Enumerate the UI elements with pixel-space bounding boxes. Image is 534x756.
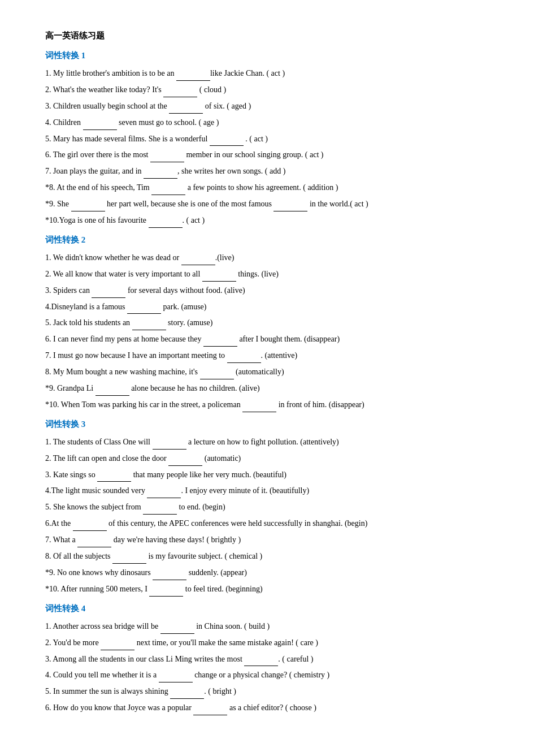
question-1-1: 1. My little brother's ambition is to be…: [45, 66, 489, 81]
question-1-8: *8. At the end of his speech, Tim a few …: [45, 180, 489, 195]
question-4-1: 1. Another across sea bridge will be in …: [45, 619, 489, 634]
question-3-9: *9. No one knows why dinosaurs suddenly.…: [45, 565, 489, 580]
question-2-10: *10. When Tom was parking his car in the…: [45, 397, 489, 412]
question-4-2: 2. You'd be more next time, or you'll ma…: [45, 635, 489, 650]
question-1-4: 4. Children seven must go to school. ( a…: [45, 115, 489, 130]
question-2-5: 5. Jack told his students an story. (amu…: [45, 315, 489, 330]
question-2-9: *9. Grandpa Li alone because he has no c…: [45, 381, 489, 396]
question-3-5: 5. She knows the subject from to end. (b…: [45, 499, 489, 515]
question-4-4: 4. Could you tell me whether it is a cha…: [45, 667, 489, 682]
question-3-7: 7. What a day we're having these days! (…: [45, 532, 489, 547]
question-1-9: *9. She her part well, because she is on…: [45, 196, 489, 211]
question-4-6: 6. How do you know that Joyce was a popu…: [45, 700, 489, 715]
question-3-2: 2. The lift can open and close the door …: [45, 451, 489, 466]
section-title-3: 词性转换 3: [45, 417, 489, 432]
question-3-1: 1. The students of Class One will a lect…: [45, 434, 489, 450]
question-2-2: 2. We all know that water is very import…: [45, 266, 489, 282]
question-2-4: 4.Disneyland is a famous park. (amuse): [45, 299, 489, 314]
question-3-8: 8. Of all the subjects is my favourite s…: [45, 548, 489, 564]
question-2-1: 1. We didn't know whether he was dead or…: [45, 250, 489, 265]
page-title: 高一英语练习题: [45, 28, 489, 44]
question-1-7: 7. Joan plays the guitar, and in , she w…: [45, 163, 489, 179]
question-1-2: 2. What's the weather like today? It's (…: [45, 82, 489, 97]
question-2-3: 3. Spiders can for several days without …: [45, 283, 489, 298]
question-4-3: 3. Among all the students in our class L…: [45, 651, 489, 667]
question-1-6: 6. The girl over there is the most membe…: [45, 147, 489, 162]
question-1-5: 5. Mary has made several films. She is a…: [45, 131, 489, 146]
section-title-1: 词性转换 1: [45, 48, 489, 63]
section-title-2: 词性转换 2: [45, 232, 489, 248]
question-1-10: *10.Yoga is one of his favourite . ( act…: [45, 213, 489, 228]
question-3-6: 6.At the of this century, the APEC confe…: [45, 516, 489, 531]
question-4-5: 5. In summer the sun is always shining .…: [45, 684, 489, 699]
question-3-10: *10. After running 500 meters, I to feel…: [45, 581, 489, 597]
question-2-6: 6. I can never find my pens at home beca…: [45, 331, 489, 347]
question-2-8: 8. My Mum bought a new washing machine, …: [45, 364, 489, 379]
question-1-3: 3. Children usually begin school at the …: [45, 98, 489, 114]
question-2-7: 7. I must go now because I have an impor…: [45, 348, 489, 363]
section-title-4: 词性转换 4: [45, 601, 489, 616]
question-3-4: 4.The light music sounded very . I enjoy…: [45, 483, 489, 498]
question-3-3: 3. Kate sings so that many people like h…: [45, 467, 489, 482]
